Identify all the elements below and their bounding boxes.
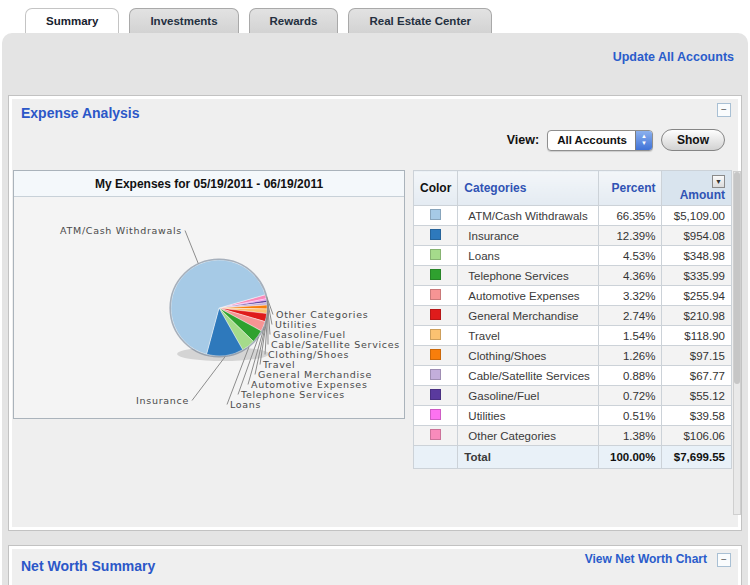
col-amount[interactable]: ▼Amount [662, 171, 732, 206]
show-button[interactable]: Show [661, 129, 725, 151]
color-cell [414, 306, 458, 326]
pie-label: Loans [230, 399, 261, 410]
table-scrollbar[interactable] [733, 171, 741, 515]
expense-table: Color Categories Percent ▼Amount ATM/Cas… [413, 170, 732, 469]
scrollbar-thumb[interactable] [734, 172, 740, 384]
tab-summary[interactable]: Summary [25, 8, 119, 34]
expense-chart-box: My Expenses for 05/19/2011 - 06/19/2011 … [13, 170, 405, 419]
color-cell [414, 226, 458, 246]
view-label: View: [507, 133, 539, 147]
color-swatch [430, 369, 441, 380]
color-cell [414, 246, 458, 266]
color-cell [414, 346, 458, 366]
expense-pie-chart: ATM/Cash WithdrawalsOther CategoriesUtil… [14, 197, 404, 418]
category-cell: Travel [458, 326, 599, 346]
percent-cell: 4.36% [598, 266, 662, 286]
color-swatch [430, 269, 441, 280]
amount-cell: $954.08 [662, 226, 732, 246]
color-cell [414, 286, 458, 306]
percent-cell: 0.51% [598, 406, 662, 426]
pie-leader-line [185, 231, 198, 264]
table-row: Cable/Satellite Services0.88%$67.77 [414, 366, 732, 386]
color-cell [414, 386, 458, 406]
category-cell: General Merchandise [458, 306, 599, 326]
color-swatch [430, 229, 441, 240]
color-swatch [430, 349, 441, 360]
color-cell [414, 326, 458, 346]
color-swatch [430, 309, 441, 320]
main-container: Update All Accounts Expense Analysis − V… [2, 33, 748, 585]
color-cell [414, 206, 458, 226]
category-cell: Cable/Satellite Services [458, 366, 599, 386]
col-percent[interactable]: Percent [598, 171, 662, 206]
table-row: Travel1.54%$118.90 [414, 326, 732, 346]
pie-label: ATM/Cash Withdrawals [60, 225, 182, 236]
percent-cell: 1.38% [598, 426, 662, 446]
amount-cell: $255.94 [662, 286, 732, 306]
amount-cell: $210.98 [662, 306, 732, 326]
table-row: Insurance12.39%$954.08 [414, 226, 732, 246]
color-swatch [430, 329, 441, 340]
amount-sort-icon[interactable]: ▼ [712, 175, 725, 188]
expense-analysis-panel: Expense Analysis − View: All Accounts ▲▼… [8, 95, 742, 531]
table-row: Automotive Expenses3.32%$255.94 [414, 286, 732, 306]
tab-bar: Summary Investments Rewards Real Estate … [25, 8, 492, 34]
accounts-select[interactable]: All Accounts ▲▼ [547, 130, 653, 151]
pie-label: Insurance [136, 395, 189, 406]
amount-cell: $55.12 [662, 386, 732, 406]
percent-cell: 0.72% [598, 386, 662, 406]
amount-cell: $335.99 [662, 266, 732, 286]
update-all-accounts-link[interactable]: Update All Accounts [613, 50, 734, 64]
tab-investments[interactable]: Investments [129, 8, 238, 34]
col-categories[interactable]: Categories [458, 171, 599, 206]
tab-real-estate-center[interactable]: Real Estate Center [348, 8, 492, 34]
category-cell: Automotive Expenses [458, 286, 599, 306]
net-worth-title: Net Worth Summary [21, 558, 155, 574]
percent-cell: 3.32% [598, 286, 662, 306]
category-cell: Loans [458, 246, 599, 266]
table-row: Telephone Services4.36%$335.99 [414, 266, 732, 286]
accounts-select-value: All Accounts [548, 134, 635, 146]
view-net-worth-chart-link[interactable]: View Net Worth Chart [585, 552, 707, 566]
color-cell [414, 426, 458, 446]
color-cell [414, 266, 458, 286]
percent-cell: 1.54% [598, 326, 662, 346]
total-label: Total [458, 446, 599, 469]
color-swatch [430, 389, 441, 400]
amount-cell: $118.90 [662, 326, 732, 346]
amount-cell: $39.58 [662, 406, 732, 426]
percent-cell: 0.88% [598, 366, 662, 386]
table-row: Other Categories1.38%$106.06 [414, 426, 732, 446]
net-worth-panel: Net Worth Summary View Net Worth Chart − [8, 545, 742, 585]
select-stepper-icon: ▲▼ [635, 130, 652, 151]
category-cell: ATM/Cash Withdrawals [458, 206, 599, 226]
category-cell: Telephone Services [458, 266, 599, 286]
chart-title: My Expenses for 05/19/2011 - 06/19/2011 [14, 171, 404, 197]
percent-cell: 2.74% [598, 306, 662, 326]
table-row: Loans4.53%$348.98 [414, 246, 732, 266]
table-row: Gasoline/Fuel0.72%$55.12 [414, 386, 732, 406]
amount-cell: $97.15 [662, 346, 732, 366]
table-row: ATM/Cash Withdrawals66.35%$5,109.00 [414, 206, 732, 226]
total-percent: 100.00% [598, 446, 662, 469]
collapse-networth-icon[interactable]: − [717, 553, 731, 567]
col-color: Color [414, 171, 458, 206]
amount-cell: $106.06 [662, 426, 732, 446]
table-row: Utilities0.51%$39.58 [414, 406, 732, 426]
table-row: Clothing/Shoes1.26%$97.15 [414, 346, 732, 366]
color-cell [414, 406, 458, 426]
color-cell [414, 366, 458, 386]
amount-cell: $5,109.00 [662, 206, 732, 226]
color-swatch [430, 289, 441, 300]
collapse-expense-icon[interactable]: − [717, 103, 731, 117]
amount-cell: $348.98 [662, 246, 732, 266]
expense-analysis-title: Expense Analysis [21, 105, 140, 121]
category-cell: Utilities [458, 406, 599, 426]
tab-rewards[interactable]: Rewards [249, 8, 339, 34]
page: Summary Investments Rewards Real Estate … [0, 0, 750, 585]
color-swatch [430, 249, 441, 260]
table-row: General Merchandise2.74%$210.98 [414, 306, 732, 326]
category-cell: Clothing/Shoes [458, 346, 599, 366]
percent-cell: 4.53% [598, 246, 662, 266]
color-swatch [430, 429, 441, 440]
